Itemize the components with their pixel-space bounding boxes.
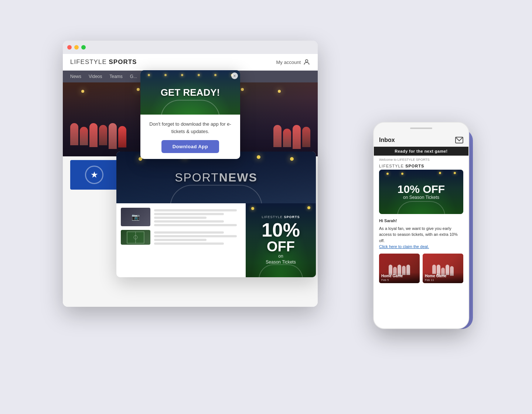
site-logo: LIFESTYLE SPORTS — [70, 58, 137, 66]
email-icon — [455, 137, 463, 143]
promo-banner: ★ — [70, 160, 118, 190]
email-logo: LIFESTYLE SPORTS — [374, 164, 468, 170]
nav-videos[interactable]: Videos — [89, 74, 102, 79]
email-claim-link[interactable]: Click here to claim the deal. — [379, 244, 429, 249]
email-light-1 — [386, 173, 389, 175]
popup-body: Don't forget to download the app for e-t… — [140, 115, 240, 159]
popup-modal: GET READY! × Don't forget to download th… — [140, 70, 240, 159]
email-game-thumb-2[interactable]: Home Game Feb 11 — [423, 254, 463, 283]
site-account[interactable]: My account — [276, 58, 310, 66]
stadium-light-1 — [81, 90, 84, 93]
popup-image: GET READY! × — [140, 70, 240, 115]
email-banner-text: Ready for the next game! — [395, 149, 447, 153]
stadium-light-2 — [137, 88, 140, 91]
popup-title: GET READY! — [161, 87, 220, 98]
news-field-arc — [170, 185, 262, 203]
svg-point-0 — [306, 60, 308, 62]
news-light-3 — [290, 157, 294, 161]
mobile-phone: Inbox Ready for the next game! Welcome t… — [373, 122, 469, 329]
email-header: Inbox — [374, 134, 468, 147]
article-text-lines-1 — [154, 208, 241, 226]
game-label-1: Home Game Feb 5 — [379, 272, 420, 283]
email-light-4 — [439, 172, 441, 174]
game-title-2: Home Game — [425, 274, 461, 278]
popup-light-3 — [181, 74, 183, 76]
email-greeting: Hi Sarah! — [379, 218, 463, 224]
browser-minimize-dot[interactable] — [74, 45, 79, 50]
email-promo-label: on Season Tickets — [403, 195, 439, 200]
browser-close-dot[interactable] — [67, 45, 72, 50]
email-game-thumb-1[interactable]: Home Game Feb 5 — [379, 254, 420, 283]
popup-stadium-lights — [140, 74, 240, 76]
article-thumb-1: 📷 — [121, 208, 150, 226]
email-light-3 — [401, 173, 403, 175]
news-promo-column: LIFESTYLE SPORTS 10% OFF onSeason Ticket… — [246, 203, 316, 277]
account-label: My account — [276, 60, 301, 65]
phone-notch-area — [374, 123, 468, 134]
news-hero: SPORTNEWS — [116, 152, 316, 203]
news-website-mockup: SPORTNEWS 📷 — [116, 152, 316, 277]
phone-content: Inbox Ready for the next game! Welcome t… — [374, 134, 468, 328]
email-body-area: Hi Sarah! As a loyal fan, we want to giv… — [374, 218, 468, 250]
game-label-2: Home Game Feb 11 — [423, 272, 463, 283]
popup-body-text: Don't forget to download the app for e-t… — [148, 121, 233, 135]
popup-light-2 — [164, 74, 167, 76]
game-date-2: Feb 11 — [425, 278, 461, 282]
email-banner: Ready for the next game! — [374, 147, 468, 156]
email-inbox-label: Inbox — [379, 137, 395, 143]
nav-teams[interactable]: Teams — [110, 74, 123, 79]
email-sender-info: Welcome to LIFESTYLE SPORTS — [374, 156, 468, 164]
stadium-light-4 — [241, 88, 244, 91]
news-site-title: SPORTNEWS — [175, 171, 258, 184]
news-article-1: 📷 — [121, 208, 241, 226]
popup-light-5 — [214, 74, 216, 76]
news-promo-percent: 10% — [262, 220, 300, 240]
crowd-people-right — [273, 125, 310, 149]
news-articles-list: 📷 — [116, 203, 246, 277]
news-promo-off: OFF — [267, 240, 295, 254]
email-promo-image: 10% OFF on Season Tickets — [379, 170, 463, 214]
news-article-2 — [121, 230, 241, 245]
email-body-paragraph: As a loyal fan, we want to give you earl… — [379, 225, 463, 244]
news-body: 📷 — [116, 203, 316, 277]
crowd-people — [70, 123, 126, 149]
news-promo-subtitle: onSeason Tickets — [266, 254, 296, 265]
browser-maximize-dot[interactable] — [81, 45, 86, 50]
nav-games[interactable]: G... — [130, 74, 137, 79]
game-title-1: Home Game — [381, 274, 417, 278]
popup-light-4 — [198, 74, 200, 76]
popup-light-1 — [148, 74, 150, 76]
account-icon — [303, 58, 310, 66]
game-date-1: Feb 5 — [381, 278, 417, 282]
article-text-lines-2 — [154, 230, 241, 245]
site-header: LIFESTYLE SPORTS My account — [63, 54, 318, 71]
download-app-button[interactable]: Download App — [161, 140, 219, 153]
email-light-2 — [454, 172, 456, 174]
email-field-arc — [397, 201, 445, 214]
promo-light-2 — [307, 206, 310, 209]
news-promo-logo: LIFESTYLE SPORTS — [262, 215, 300, 219]
email-promo-big-text: 10% OFF — [398, 184, 445, 195]
nav-news[interactable]: News — [70, 74, 81, 79]
stadium-light-3 — [278, 90, 281, 93]
article-thumb-2 — [121, 230, 150, 245]
promo-light-1 — [251, 207, 254, 210]
email-games-section: Home Game Feb 5 Home Game — [374, 250, 468, 287]
field-diagram-icon — [126, 231, 145, 244]
news-light-4 — [257, 155, 260, 159]
popup-close-button[interactable]: × — [231, 72, 238, 79]
phone-notch — [410, 128, 432, 129]
browser-titlebar — [63, 41, 318, 54]
